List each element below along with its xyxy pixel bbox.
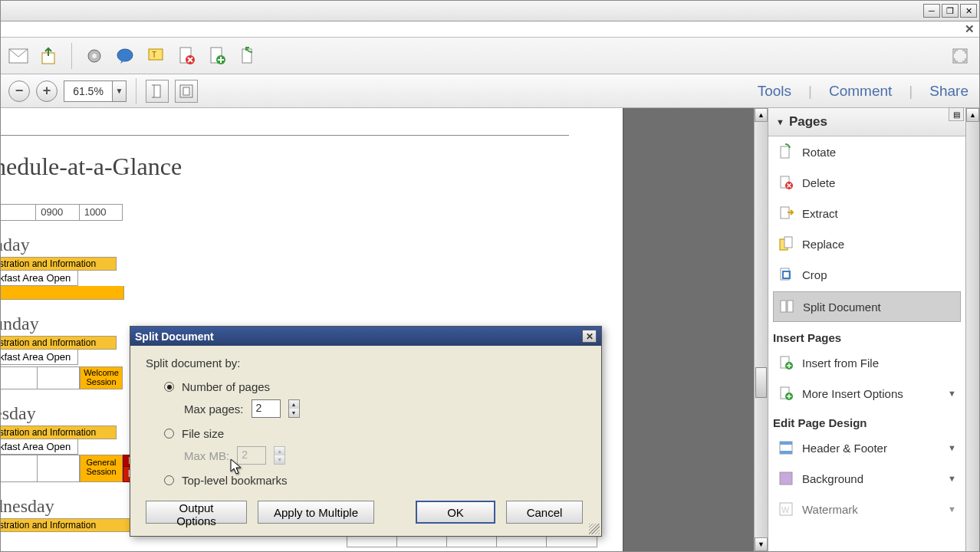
panel-item-insert-from-file[interactable]: Insert from File — [768, 347, 965, 378]
gear-icon[interactable] — [83, 44, 106, 67]
close-tab-icon[interactable]: ✕ — [965, 22, 975, 36]
rotate-icon — [778, 143, 794, 160]
rotate-page-icon[interactable] — [236, 44, 259, 67]
panel-item-crop[interactable]: Crop — [768, 259, 965, 290]
tools-tab[interactable]: Tools — [758, 83, 791, 100]
svg-rect-24 — [781, 301, 786, 312]
panel-header-pages[interactable]: ▼Pages — [768, 108, 965, 136]
scroll-up-icon[interactable]: ▲ — [755, 108, 768, 122]
scroll-thumb[interactable] — [755, 367, 767, 398]
panel-section-insert: Insert Pages — [768, 324, 965, 347]
more-insert-icon — [778, 385, 794, 402]
chevron-down-icon: ▼ — [948, 443, 956, 452]
minimize-button[interactable]: ─ — [923, 4, 940, 18]
delete-page-icon[interactable] — [175, 44, 198, 67]
cancel-button[interactable]: Cancel — [506, 501, 583, 524]
day-label: nday — [1, 235, 592, 255]
resize-grip-icon[interactable] — [589, 524, 600, 534]
panel-item-split-document[interactable]: Split Document — [773, 291, 961, 322]
split-document-dialog: Split Document ✕ Split document by: Numb… — [130, 326, 602, 537]
document-scrollbar[interactable]: ▲ ▼ — [754, 108, 768, 551]
panel-options-icon[interactable]: ▤ — [949, 108, 964, 121]
max-pages-spinner[interactable]: ▲▼ — [288, 399, 300, 418]
svg-text:T: T — [152, 51, 156, 59]
background-icon — [778, 470, 794, 487]
dialog-title: Split Document — [135, 330, 214, 343]
time-header: 0900 1000 — [1, 204, 123, 221]
document-tabbar: ✕ — [1, 21, 979, 38]
panel-item-more-insert[interactable]: More Insert Options ▼ — [768, 378, 965, 409]
delete-icon — [778, 174, 794, 191]
tools-panel: ▤ ▼Pages Rotate Delete Extract Replace — [768, 108, 979, 551]
registration-bar: stration and Information — [1, 426, 117, 439]
share-tab[interactable]: Share — [929, 83, 968, 100]
window-titlebar: ─ ❐ ✕ — [1, 1, 979, 21]
welcome-session: Welcome Session — [80, 366, 123, 389]
breakfast-cell: kfast Area Open — [1, 271, 78, 286]
fullscreen-icon[interactable] — [949, 44, 972, 67]
page-title: hedule-at-a-Glance — [1, 153, 592, 181]
comment-tab[interactable]: Comment — [829, 83, 892, 100]
svg-point-4 — [117, 49, 133, 61]
svg-rect-13 — [154, 85, 160, 97]
radio-file-size[interactable]: File size — [164, 427, 586, 440]
chevron-down-icon: ▼ — [948, 389, 956, 398]
chevron-down-icon: ▼ — [948, 474, 956, 483]
breakfast-cell: kfast Area Open — [1, 439, 78, 455]
replace-icon — [778, 235, 794, 252]
crop-icon — [778, 266, 794, 283]
zoom-out-button[interactable]: − — [8, 80, 30, 102]
svg-rect-21 — [784, 237, 792, 248]
fit-page-icon[interactable] — [175, 80, 198, 103]
svg-rect-16 — [781, 146, 789, 158]
header-footer-icon — [778, 439, 794, 456]
apply-to-multiple-button[interactable]: Apply to Multiple — [258, 501, 374, 524]
zoom-in-button[interactable]: + — [36, 80, 58, 102]
svg-rect-32 — [780, 451, 792, 454]
radio-number-of-pages[interactable]: Number of pages — [164, 380, 586, 393]
svg-point-3 — [92, 54, 97, 58]
panel-item-replace[interactable]: Replace — [768, 228, 965, 259]
insert-file-icon — [778, 354, 794, 371]
output-options-button[interactable]: Output Options — [146, 501, 247, 524]
panel-item-delete[interactable]: Delete — [768, 167, 965, 198]
close-button[interactable]: ✕ — [960, 4, 977, 18]
highlight-icon[interactable]: T — [144, 44, 167, 67]
max-mb-label: Max MB: — [184, 449, 229, 462]
scroll-down-icon[interactable]: ▼ — [755, 537, 768, 551]
dialog-prompt: Split document by: — [146, 356, 586, 370]
zoom-dropdown[interactable]: ▼ — [113, 80, 127, 102]
dialog-titlebar[interactable]: Split Document ✕ — [130, 327, 601, 346]
ok-button[interactable]: OK — [416, 501, 495, 524]
maximize-button[interactable]: ❐ — [942, 4, 959, 18]
panel-scrollbar[interactable]: ▲ — [965, 108, 979, 551]
watermark-icon: W — [778, 501, 794, 518]
chevron-down-icon: ▼ — [948, 504, 956, 514]
radio-top-level-bookmarks[interactable]: Top-level bookmarks — [164, 474, 586, 487]
email-icon[interactable] — [7, 44, 30, 67]
comment-icon[interactable] — [113, 44, 136, 67]
general-session: General Session — [80, 455, 123, 482]
fit-width-icon[interactable] — [146, 80, 169, 103]
max-pages-input[interactable]: 2 — [252, 399, 281, 418]
registration-bar: stration and Information — [1, 336, 117, 350]
view-toolbar: − + 61.5% ▼ Tools | Comment | Share — [1, 74, 979, 108]
max-pages-label: Max pages: — [184, 402, 244, 416]
panel-section-edit: Edit Page Design — [768, 409, 965, 432]
svg-rect-12 — [953, 49, 967, 63]
zoom-value[interactable]: 61.5% — [64, 80, 113, 102]
add-page-icon[interactable] — [206, 44, 229, 67]
dialog-close-icon[interactable]: ✕ — [582, 330, 597, 343]
panel-item-extract[interactable]: Extract — [768, 198, 965, 228]
svg-rect-31 — [780, 442, 792, 445]
panel-item-header-footer[interactable]: Header & Footer ▼ — [768, 432, 965, 463]
panel-item-background[interactable]: Background ▼ — [768, 463, 965, 494]
svg-rect-33 — [780, 472, 792, 485]
breakfast-cell: kfast Area Open — [1, 350, 78, 365]
max-mb-spinner: ▲▼ — [274, 446, 285, 465]
panel-item-watermark[interactable]: W Watermark ▼ — [768, 494, 965, 524]
export-icon[interactable] — [38, 44, 61, 67]
extract-icon — [778, 205, 794, 222]
scroll-up-icon[interactable]: ▲ — [966, 108, 979, 122]
panel-item-rotate[interactable]: Rotate — [768, 136, 965, 167]
